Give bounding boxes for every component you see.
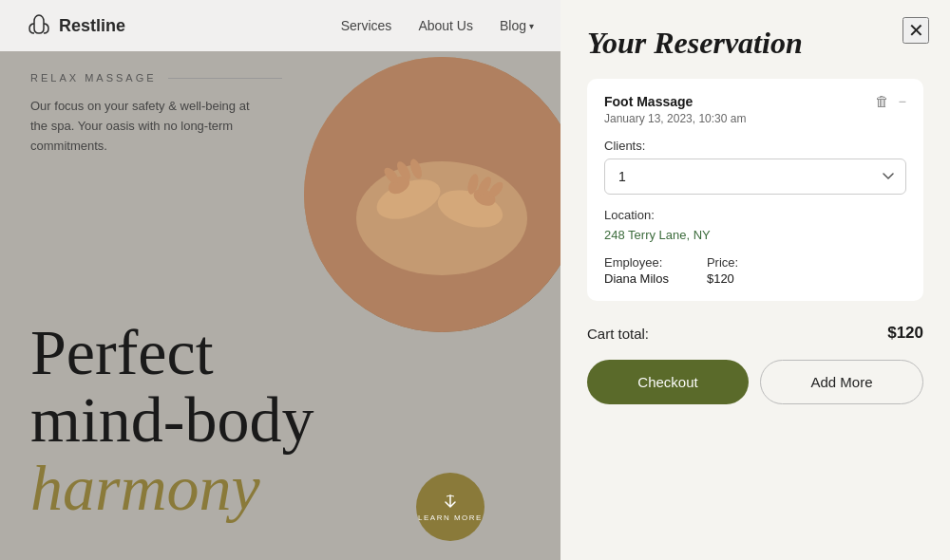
card-actions: 🗑 −: [875, 94, 906, 110]
price-label: Price:: [707, 255, 738, 270]
reservation-panel: ✕ Your Reservation Foot Massage January …: [560, 0, 950, 560]
clients-label: Clients:: [604, 139, 906, 153]
employee-group: Employee: Diana Milos: [604, 255, 669, 286]
website-background: Restline Services About Us Blog ▾ RELAX …: [0, 0, 560, 560]
hero-content: RELAX MASSAGE Our focus on your safety &…: [0, 51, 560, 156]
blog-chevron-icon: ▾: [529, 21, 534, 31]
service-info: Foot Massage January 13, 2023, 10:30 am: [604, 94, 746, 125]
learn-more-badge[interactable]: LEARN MORE: [416, 473, 484, 541]
learn-more-label: LEARN MORE: [418, 513, 483, 522]
employee-value: Diana Milos: [604, 271, 669, 286]
hero-line1: Perfect: [30, 319, 314, 386]
location-value: 248 Terry Lane, NY: [604, 228, 906, 242]
nav-blog[interactable]: Blog ▾: [500, 18, 534, 33]
location-section: Location: 248 Terry Lane, NY: [604, 208, 906, 242]
service-date: January 13, 2023, 10:30 am: [604, 112, 746, 125]
hero-description: Our focus on your safety & well-being at…: [30, 97, 258, 156]
minus-icon[interactable]: −: [899, 94, 906, 110]
price-group: Price: $120: [707, 255, 738, 286]
reservation-title: Your Reservation: [587, 27, 923, 60]
price-value: $120: [707, 271, 738, 286]
logo-icon: [27, 13, 51, 38]
logo[interactable]: Restline: [27, 13, 125, 38]
cart-total-row: Cart total: $120: [587, 316, 923, 360]
relax-label: RELAX MASSAGE: [30, 72, 530, 84]
learn-more-icon: [442, 493, 459, 510]
logo-text: Restline: [59, 16, 125, 36]
reservation-card: Foot Massage January 13, 2023, 10:30 am …: [587, 79, 923, 301]
action-buttons: Checkout Add More: [587, 360, 923, 404]
nav-about[interactable]: About Us: [418, 18, 473, 33]
card-header: Foot Massage January 13, 2023, 10:30 am …: [604, 94, 906, 125]
employee-label: Employee:: [604, 255, 669, 270]
nav-bar: Restline Services About Us Blog ▾: [0, 0, 560, 51]
service-name: Foot Massage: [604, 94, 746, 109]
location-label: Location:: [604, 208, 906, 222]
hero-line2: mind-body: [30, 386, 314, 454]
nav-links: Services About Us Blog ▾: [341, 18, 534, 33]
clients-select[interactable]: 1 2 3 4: [604, 159, 906, 195]
employee-price-row: Employee: Diana Milos Price: $120: [604, 255, 906, 286]
add-more-button[interactable]: Add More: [760, 360, 923, 404]
cart-total-value: $120: [887, 324, 923, 343]
hero-big-text: Perfect mind-body harmony: [30, 319, 314, 522]
close-button[interactable]: ✕: [902, 17, 929, 44]
hero-line3: harmony: [30, 452, 260, 524]
trash-icon[interactable]: 🗑: [875, 94, 889, 110]
nav-services[interactable]: Services: [341, 18, 392, 33]
cart-total-label: Cart total:: [587, 326, 649, 342]
checkout-button[interactable]: Checkout: [587, 360, 749, 404]
